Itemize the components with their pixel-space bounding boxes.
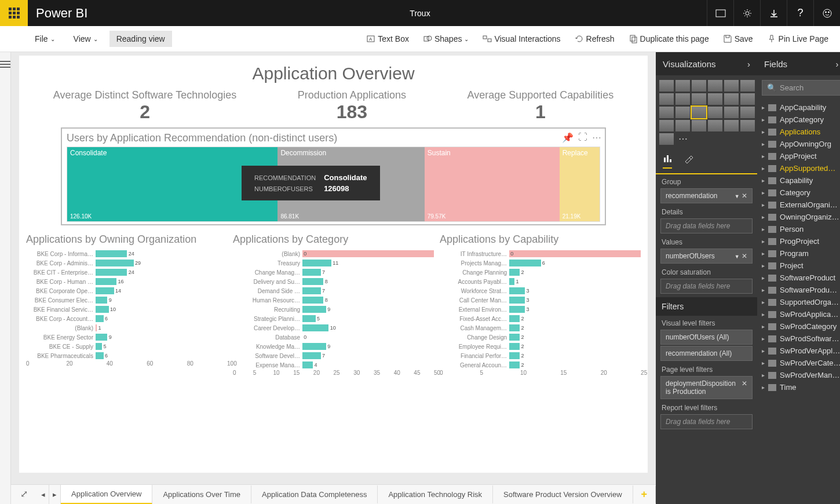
field-table-item[interactable]: ▸Program <box>757 247 840 260</box>
bar-row[interactable]: Change Planning2 <box>440 268 641 277</box>
group-field-well[interactable]: recommendation▼ ✕ <box>660 188 753 203</box>
viz-type-item[interactable] <box>659 120 674 132</box>
viz-type-item[interactable] <box>675 93 690 105</box>
save-button[interactable]: Save <box>717 31 759 47</box>
viz-type-item[interactable] <box>659 107 674 118</box>
bar-chart[interactable]: Applications by CapabilityIT Infrastruct… <box>440 233 641 378</box>
bar-row[interactable]: BKE Corp - Adminis…29 <box>26 258 227 268</box>
bar-row[interactable]: Career Develop…10 <box>233 323 434 333</box>
viz-type-item[interactable] <box>675 80 690 92</box>
bar-row[interactable]: BKE Corporate Ope…14 <box>26 286 227 295</box>
format-tab-icon[interactable] <box>684 154 693 169</box>
field-table-item[interactable]: ▸AppCapability <box>757 101 840 114</box>
collapse-icon[interactable]: › <box>836 59 839 69</box>
help-icon[interactable]: ? <box>787 0 813 26</box>
bar-row[interactable]: Recruiting9 <box>233 305 434 314</box>
field-table-item[interactable]: ▸SwProdApplica… <box>757 308 840 320</box>
page-tab[interactable]: Applications Over Time <box>152 485 251 503</box>
expand-icon[interactable]: ⤢ <box>20 488 28 499</box>
page-tab[interactable]: Software Product Version Overview <box>493 485 633 503</box>
tab-scroll-left[interactable]: ◂ <box>38 485 49 505</box>
viz-more-icon[interactable]: ⋯ <box>675 133 690 145</box>
page-tab[interactable]: Application Technology Risk <box>378 485 493 503</box>
field-table-item[interactable]: ▸OwningOrganiz… <box>757 211 840 223</box>
field-table-item[interactable]: ▸ProgProject <box>757 235 840 247</box>
field-table-item[interactable]: ▸Time <box>757 381 840 393</box>
bar-row[interactable]: (Blank)0 <box>233 249 434 258</box>
fields-search[interactable]: 🔍Search <box>762 80 840 96</box>
bar-chart[interactable]: Applications by Category(Blank)0Treasury… <box>233 233 434 378</box>
fields-tab-icon[interactable] <box>663 154 672 169</box>
field-table-item[interactable]: ▸Category <box>757 187 840 199</box>
download-icon[interactable] <box>760 0 787 26</box>
bar-row[interactable]: Strategic Planni…5 <box>233 314 434 323</box>
viz-type-item[interactable] <box>740 120 755 132</box>
field-table-item[interactable]: ▸AppOwningOrg <box>757 138 840 150</box>
field-table-item[interactable]: ▸SwProdSoftwar… <box>757 333 840 345</box>
treemap-cell[interactable]: Sustain79.57K <box>425 147 560 221</box>
viz-type-item[interactable] <box>724 93 739 105</box>
details-well[interactable]: Drag data fields here <box>660 218 753 233</box>
report-canvas[interactable]: Application Overview Average Distinct So… <box>19 56 648 473</box>
bar-row[interactable]: (Blank)1 <box>26 323 227 333</box>
kpi-card[interactable]: Average Distinct Software Technologies2 <box>53 89 237 123</box>
field-table-item[interactable]: ▸ExternalOrgani… <box>757 199 840 211</box>
bar-row[interactable]: Workforce Strat…3 <box>440 286 641 295</box>
vlf-1[interactable]: numberOfUsers (All) <box>660 330 753 345</box>
viz-type-item[interactable] <box>675 107 690 118</box>
treemap-cell[interactable]: Replace21.19K <box>560 147 600 221</box>
bar-row[interactable]: Cash Managem…2 <box>440 323 641 333</box>
treemap-visual[interactable]: 📌 ⛶ ⋯ Users by Application Recommendatio… <box>61 127 606 225</box>
page-tab[interactable]: Application Data Completeness <box>251 485 378 503</box>
bar-row[interactable]: Database0 <box>233 333 434 342</box>
colorsat-well[interactable]: Drag data fields here <box>660 279 753 294</box>
vlf-2[interactable]: recommendation (All) <box>660 346 753 361</box>
bar-row[interactable]: Call Center Man…3 <box>440 295 641 305</box>
viz-type-item[interactable] <box>724 120 739 132</box>
bar-row[interactable]: General Accoun…2 <box>440 360 641 370</box>
field-table-item[interactable]: ▸SoftwareProdu… <box>757 284 840 296</box>
shapes-button[interactable]: Shapes ⌄ <box>417 31 474 47</box>
more-icon[interactable]: ⋯ <box>592 132 601 143</box>
pin-icon[interactable]: 📌 <box>562 132 574 143</box>
viz-type-item[interactable] <box>692 80 706 92</box>
field-table-item[interactable]: ▸Applications <box>757 126 840 138</box>
field-table-item[interactable]: ▸AppCategory <box>757 114 840 126</box>
visual-interactions-button[interactable]: Visual Interactions <box>477 31 566 47</box>
bar-row[interactable]: Change Manag…7 <box>233 268 434 277</box>
field-table-item[interactable]: ▸Person <box>757 223 840 235</box>
bar-row[interactable]: External Environ…3 <box>440 305 641 314</box>
viz-type-item[interactable] <box>708 80 722 92</box>
bar-row[interactable]: BKE Energy Sector9 <box>26 333 227 342</box>
bar-row[interactable]: BKE CE - Supply5 <box>26 342 227 351</box>
bar-row[interactable]: Human Resourc…8 <box>233 295 434 305</box>
bar-row[interactable]: Demand Side …7 <box>233 286 434 295</box>
kpi-card[interactable]: Production Applications183 <box>298 89 406 123</box>
rlf-well[interactable]: Drag data fields here <box>660 414 753 429</box>
field-table-item[interactable]: ▸SwProdVerMan… <box>757 369 840 381</box>
pin-live-page-button[interactable]: Pin Live Page <box>761 31 834 47</box>
bar-row[interactable]: IT Infrastructure…0 <box>440 249 641 258</box>
viz-type-item[interactable] <box>675 120 690 132</box>
viz-type-item[interactable] <box>708 107 722 118</box>
page-tab[interactable]: Application Overview <box>61 485 152 505</box>
field-table-item[interactable]: ▸Project <box>757 260 840 272</box>
field-table-item[interactable]: ▸SupportedOrga… <box>757 296 840 308</box>
gear-icon[interactable] <box>733 0 760 26</box>
bar-row[interactable]: Accounts Payabl…1 <box>440 277 641 286</box>
viz-type-item[interactable] <box>659 80 674 92</box>
viz-type-item[interactable] <box>724 107 739 118</box>
nav-toggle-icon[interactable] <box>0 60 10 71</box>
viz-type-item[interactable] <box>659 93 674 105</box>
bar-row[interactable]: Delivery and Su…8 <box>233 277 434 286</box>
viz-type-item[interactable] <box>724 80 739 92</box>
bar-row[interactable]: Projects Manag…6 <box>440 258 641 268</box>
bar-row[interactable]: Expense Mana…4 <box>233 360 434 370</box>
viz-type-item[interactable] <box>692 107 706 118</box>
add-page-tab[interactable]: + <box>633 486 656 503</box>
bar-row[interactable]: Knowledge Ma…9 <box>233 342 434 351</box>
bar-row[interactable]: BKE CIT - Enterprise…24 <box>26 268 227 277</box>
viz-type-item[interactable] <box>659 133 674 145</box>
textbox-button[interactable]: AText Box <box>360 31 415 47</box>
bar-row[interactable]: BKE Corp - Account…6 <box>26 314 227 323</box>
